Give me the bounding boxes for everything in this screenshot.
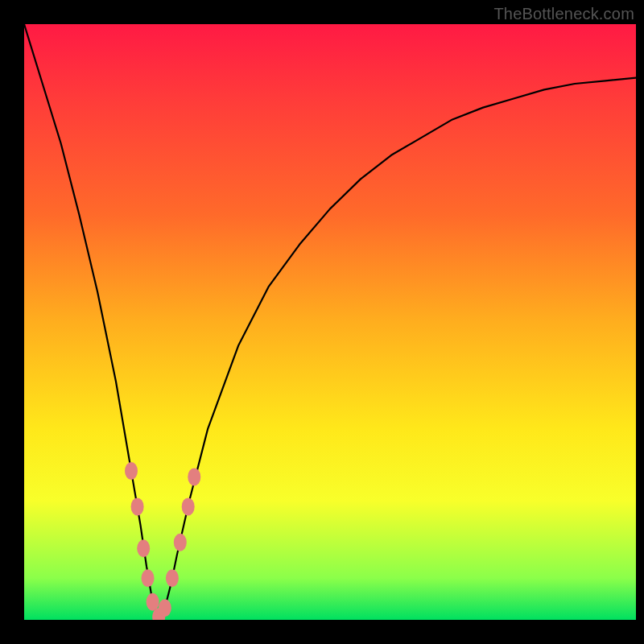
data-marker [182,497,195,515]
data-marker [131,497,144,515]
marker-group [125,462,200,620]
data-marker [125,462,138,480]
data-marker [166,569,179,587]
chart-frame: TheBottleneck.com [0,0,644,644]
watermark-caption: TheBottleneck.com [493,5,634,23]
data-marker [147,593,159,611]
bottleneck-curve [24,24,636,620]
data-marker [174,534,187,551]
data-marker [137,539,150,557]
data-marker [142,569,155,587]
chart-svg [24,24,636,620]
plot-area [24,24,636,620]
data-marker [159,599,171,617]
data-marker [188,468,200,485]
